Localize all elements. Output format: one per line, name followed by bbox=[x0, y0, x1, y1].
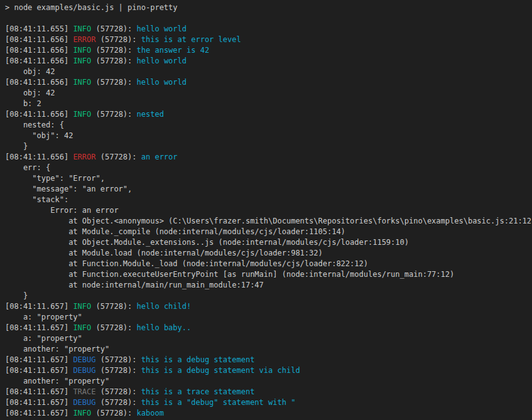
terminal-line: } bbox=[5, 141, 532, 152]
log-line: [08:41:11.656] ERROR (57728): this is at… bbox=[5, 35, 532, 45]
log-level: ERROR bbox=[73, 35, 95, 44]
log-message: this is at error level bbox=[141, 35, 241, 44]
terminal-line: "message": "an error", bbox=[5, 184, 532, 195]
terminal-output[interactable]: > node examples/basic.js | pino-pretty [… bbox=[0, 0, 532, 420]
log-pid: (57728): bbox=[96, 366, 141, 375]
terminal-line: err: { bbox=[5, 163, 532, 173]
terminal-line: Error: an error bbox=[5, 205, 532, 216]
log-level: DEBUG bbox=[73, 355, 95, 364]
log-line: [08:41:11.655] INFO (57728): hello world bbox=[5, 24, 532, 35]
log-pid: (57728): bbox=[96, 398, 141, 407]
log-pid: (57728): bbox=[96, 153, 141, 161]
log-line: [08:41:11.657] INFO (57728): hello child… bbox=[5, 301, 532, 312]
log-timestamp: [08:41:11.656] bbox=[5, 78, 73, 87]
terminal-line: another: "property" bbox=[5, 344, 532, 355]
terminal-line: nested: { bbox=[5, 120, 532, 131]
terminal-line bbox=[5, 13, 532, 24]
log-line: [08:41:11.657] DEBUG (57728): this is a … bbox=[5, 355, 532, 365]
log-timestamp: [08:41:11.657] bbox=[5, 398, 73, 407]
log-timestamp: [08:41:11.657] bbox=[5, 302, 73, 311]
log-message: hello world bbox=[137, 78, 187, 87]
log-timestamp: [08:41:11.656] bbox=[5, 57, 73, 65]
log-message: this is a trace statement bbox=[141, 387, 255, 396]
log-message: kaboom bbox=[137, 409, 164, 417]
log-message: an error bbox=[141, 153, 178, 161]
log-pid: (57728): bbox=[96, 35, 141, 44]
log-timestamp: [08:41:11.657] bbox=[5, 366, 73, 375]
log-pid: (57728): bbox=[91, 409, 136, 417]
terminal-line: another: "property" bbox=[5, 376, 532, 387]
log-level: DEBUG bbox=[73, 398, 95, 407]
terminal-line: "stack": bbox=[5, 195, 532, 205]
log-level: TRACE bbox=[73, 387, 95, 396]
log-timestamp: [08:41:11.656] bbox=[5, 110, 73, 119]
terminal-line: b: 2 bbox=[5, 99, 532, 109]
log-timestamp: [08:41:11.655] bbox=[5, 24, 73, 33]
log-pid: (57728): bbox=[91, 323, 136, 332]
log-level: ERROR bbox=[73, 153, 95, 161]
log-timestamp: [08:41:11.656] bbox=[5, 153, 73, 161]
log-pid: (57728): bbox=[91, 78, 136, 87]
log-message: nested bbox=[137, 110, 164, 119]
log-pid: (57728): bbox=[91, 57, 136, 65]
log-level: INFO bbox=[73, 409, 91, 417]
log-line: [08:41:11.656] INFO (57728): hello world bbox=[5, 77, 532, 88]
log-level: INFO bbox=[73, 302, 91, 311]
terminal-line: > node examples/basic.js | pino-pretty bbox=[5, 3, 532, 13]
log-pid: (57728): bbox=[96, 355, 141, 364]
log-message: this is a "debug" statement with " bbox=[141, 398, 296, 407]
log-message: this is a debug statement bbox=[141, 355, 255, 364]
log-level: INFO bbox=[73, 46, 91, 55]
terminal-line: obj: 42 bbox=[5, 88, 532, 99]
log-pid: (57728): bbox=[91, 302, 136, 311]
log-level: INFO bbox=[73, 110, 91, 119]
terminal-line: } bbox=[5, 291, 532, 301]
log-line: [08:41:11.656] ERROR (57728): an error bbox=[5, 152, 532, 163]
terminal-line: at Object.<anonymous> (C:\Users\frazer.s… bbox=[5, 216, 532, 227]
log-pid: (57728): bbox=[96, 387, 141, 396]
log-line: [08:41:11.656] INFO (57728): nested bbox=[5, 109, 532, 120]
log-level: DEBUG bbox=[73, 366, 95, 375]
log-timestamp: [08:41:11.656] bbox=[5, 46, 73, 55]
log-level: INFO bbox=[73, 24, 91, 33]
log-line: [08:41:11.657] INFO (57728): kaboom bbox=[5, 408, 532, 419]
terminal-line: at Function.executeUserEntryPoint [as ru… bbox=[5, 269, 532, 280]
terminal-line: at Module._compile (node:internal/module… bbox=[5, 227, 532, 237]
log-line: [08:41:11.657] DEBUG (57728): this is a … bbox=[5, 397, 532, 408]
log-level: INFO bbox=[73, 78, 91, 87]
log-line: [08:41:11.657] DEBUG (57728): this is a … bbox=[5, 365, 532, 376]
log-level: INFO bbox=[73, 323, 91, 332]
terminal-line: "obj": 42 bbox=[5, 131, 532, 141]
terminal-line: "type": "Error", bbox=[5, 173, 532, 184]
log-message: hello world bbox=[137, 24, 187, 33]
log-timestamp: [08:41:11.657] bbox=[5, 355, 73, 364]
log-pid: (57728): bbox=[91, 110, 136, 119]
terminal-line: at Module.load (node:internal/modules/cj… bbox=[5, 248, 532, 259]
log-pid: (57728): bbox=[91, 46, 136, 55]
terminal-line: at Function.Module._load (node:internal/… bbox=[5, 259, 532, 269]
log-timestamp: [08:41:11.657] bbox=[5, 387, 73, 396]
terminal-line: at node:internal/main/run_main_module:17… bbox=[5, 280, 532, 291]
log-message: hello baby.. bbox=[137, 323, 192, 332]
terminal-line: a: "property" bbox=[5, 333, 532, 344]
log-line: [08:41:11.656] INFO (57728): the answer … bbox=[5, 45, 532, 56]
log-line: [08:41:11.657] TRACE (57728): this is a … bbox=[5, 387, 532, 397]
terminal-line: at Object.Module._extensions..js (node:i… bbox=[5, 237, 532, 248]
log-message: hello child! bbox=[137, 302, 192, 311]
log-timestamp: [08:41:11.657] bbox=[5, 409, 73, 417]
log-message: the answer is 42 bbox=[137, 46, 210, 55]
terminal-line: obj: 42 bbox=[5, 67, 532, 77]
terminal-line: a: "property" bbox=[5, 312, 532, 323]
log-line: [08:41:11.656] INFO (57728): hello world bbox=[5, 56, 532, 67]
log-level: INFO bbox=[73, 57, 91, 65]
log-line: [08:41:11.657] INFO (57728): hello baby.… bbox=[5, 323, 532, 333]
log-pid: (57728): bbox=[91, 24, 136, 33]
log-timestamp: [08:41:11.657] bbox=[5, 323, 73, 332]
log-message: this is a debug statement via child bbox=[141, 366, 300, 375]
log-message: hello world bbox=[137, 57, 187, 65]
log-timestamp: [08:41:11.656] bbox=[5, 35, 73, 44]
